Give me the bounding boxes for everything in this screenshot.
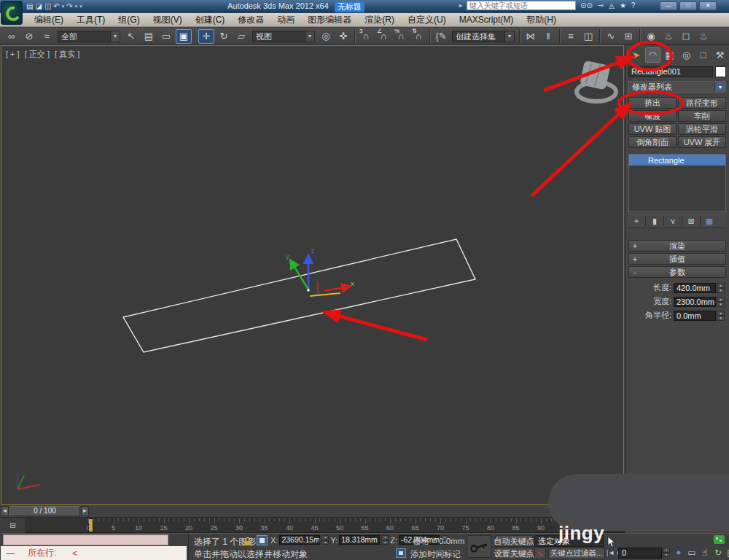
- selection-filter-dropdown[interactable]: 全部▼: [58, 31, 120, 42]
- object-name-field[interactable]: Rectangle001: [628, 66, 713, 77]
- tab-motion-icon[interactable]: ◎: [679, 47, 694, 63]
- modifier-button[interactable]: 涡轮平滑: [678, 123, 726, 135]
- window-crossing-icon[interactable]: ▣: [176, 29, 192, 44]
- zoom-region-icon[interactable]: ▭: [687, 547, 697, 558]
- modifier-button[interactable]: 倒角剖面: [628, 136, 677, 148]
- tab-create-icon[interactable]: ➤: [628, 47, 644, 63]
- redo-dropdown-arrow-icon[interactable]: ▾: [75, 1, 78, 11]
- selection-region-icon[interactable]: ▭: [158, 29, 174, 44]
- save-file-icon[interactable]: ◫: [44, 1, 51, 11]
- menu-maxscript[interactable]: MAXScript(M): [453, 13, 521, 26]
- select-and-scale-icon[interactable]: ▱: [233, 29, 249, 44]
- favorites-star-icon[interactable]: ★: [620, 1, 626, 9]
- tab-display-icon[interactable]: □: [695, 47, 711, 63]
- remove-modifier-icon[interactable]: ⊠: [685, 215, 698, 227]
- length-spinner[interactable]: ▴▾: [717, 283, 725, 293]
- search-expand-icon[interactable]: ▸: [459, 2, 462, 9]
- spinner-down-icon[interactable]: ▾: [663, 553, 670, 558]
- menu-rendering[interactable]: 渲染(R): [358, 13, 401, 26]
- spinner-down-icon[interactable]: ▾: [717, 288, 725, 293]
- open-file-icon[interactable]: ◪: [35, 1, 42, 11]
- render-setup-icon[interactable]: ♨: [660, 29, 677, 44]
- modifier-button[interactable]: 车削: [678, 110, 726, 122]
- layer-manager-icon[interactable]: ≡: [563, 29, 579, 44]
- modifier-button[interactable]: 路径变形: [678, 97, 726, 109]
- search-binoculars-icon[interactable]: ⊙⊙: [580, 1, 593, 9]
- menu-modifiers[interactable]: 修改器: [231, 13, 270, 26]
- corner-radius-spinner[interactable]: ▴▾: [717, 311, 725, 321]
- render-production-icon[interactable]: ♨: [695, 29, 712, 44]
- key-filters-button[interactable]: 关键点过滤器...: [548, 548, 605, 559]
- material-editor-icon[interactable]: ◉: [643, 29, 659, 44]
- length-field[interactable]: 420.0mm: [674, 283, 716, 293]
- undo-dropdown-arrow-icon[interactable]: ▾: [62, 1, 65, 11]
- zoom-extents-icon[interactable]: ⌖: [674, 547, 684, 558]
- percent-snap-icon[interactable]: ∩%: [393, 29, 409, 44]
- y-coord-spinner[interactable]: ▴▾: [381, 535, 389, 545]
- absolute-offset-toggle-icon[interactable]: [257, 535, 268, 545]
- viewport-menu-view[interactable]: [ 正交 ]: [25, 50, 50, 58]
- orbit-icon[interactable]: ↻: [713, 547, 723, 558]
- mirror-icon[interactable]: ⋈: [523, 29, 539, 44]
- spinner-down-icon[interactable]: ▾: [717, 302, 725, 307]
- close-button[interactable]: ✕: [699, 1, 717, 10]
- select-and-link-icon[interactable]: ∞: [4, 29, 20, 44]
- spinner-up-icon[interactable]: ▴: [717, 283, 725, 288]
- frame-forward-button[interactable]: ►: [81, 506, 89, 516]
- mini-curve-editor-icon[interactable]: ⊟: [0, 518, 26, 533]
- help-icon[interactable]: ?: [631, 1, 636, 9]
- menu-graph-editors[interactable]: 图形编辑器: [301, 13, 358, 26]
- macro-recorder-pane[interactable]: [3, 534, 168, 545]
- unlink-selection-icon[interactable]: ⊘: [21, 29, 37, 44]
- transport-key-button[interactable]: |◄: [607, 549, 615, 556]
- menu-customize[interactable]: 自定义(U): [401, 13, 453, 26]
- qat-customize-arrow-icon[interactable]: ▾: [79, 1, 82, 11]
- select-and-move-icon[interactable]: ✛: [198, 29, 214, 44]
- configure-modifier-sets-icon[interactable]: ▦: [703, 215, 716, 227]
- communication-center-icon[interactable]: ◬: [609, 1, 615, 9]
- current-frame-field[interactable]: 0: [618, 548, 662, 559]
- spinner-snap-icon[interactable]: ∩⇅: [410, 29, 426, 44]
- menu-views[interactable]: 视图(V): [147, 13, 189, 26]
- frame-back-button[interactable]: ◄: [1, 506, 9, 516]
- select-and-rotate-icon[interactable]: ↻: [216, 29, 232, 44]
- menu-help[interactable]: 帮助(H): [520, 13, 563, 26]
- stack-item-rectangle[interactable]: Rectangle: [629, 155, 725, 166]
- width-field[interactable]: 2300.0mm: [674, 297, 716, 307]
- show-end-result-icon[interactable]: ▮: [648, 215, 661, 227]
- spinner-down-icon[interactable]: ▾: [321, 540, 329, 545]
- modifier-button[interactable]: UVW 贴图: [628, 123, 677, 135]
- menu-edit[interactable]: 编辑(E): [28, 13, 70, 26]
- menu-animation[interactable]: 动画: [270, 13, 301, 26]
- time-slider-handle[interactable]: 0 / 100: [9, 506, 80, 516]
- viewport-menu-plus[interactable]: [ + ]: [6, 50, 20, 58]
- frame-spinner[interactable]: ▴▾: [663, 548, 670, 557]
- object-color-swatch[interactable]: [715, 66, 726, 77]
- add-time-tag[interactable]: 添加时间标记: [410, 549, 461, 560]
- set-keys-button[interactable]: [467, 535, 491, 558]
- rollout-parameters-header[interactable]: -参数: [628, 266, 726, 278]
- menu-create[interactable]: 创建(C): [189, 13, 232, 26]
- snap-toggle-icon[interactable]: ∩3: [358, 29, 374, 44]
- use-pivot-center-icon[interactable]: ◎: [318, 29, 334, 44]
- x-coord-spinner[interactable]: ▴▾: [321, 535, 329, 545]
- menu-tools[interactable]: 工具(T): [70, 13, 112, 26]
- edit-named-selection-sets-icon[interactable]: {✎: [433, 29, 449, 44]
- rollout-toggle-icon[interactable]: +: [629, 255, 641, 263]
- corner-radius-field[interactable]: 0.0mm: [674, 311, 716, 321]
- rendered-frame-icon[interactable]: ◻: [678, 29, 694, 44]
- undo-icon[interactable]: ↶: [53, 1, 59, 11]
- modifier-stack[interactable]: Rectangle: [628, 154, 726, 212]
- make-unique-icon[interactable]: ⋎: [666, 215, 679, 227]
- bind-to-space-warp-icon[interactable]: ≈: [39, 29, 55, 44]
- select-object-icon[interactable]: ↖: [123, 29, 139, 44]
- rollout-toggle-icon[interactable]: +: [629, 242, 641, 250]
- x-coord-field[interactable]: 23690.15m: [279, 535, 320, 545]
- rollout-interpolation-header[interactable]: +插值: [628, 253, 726, 265]
- tab-hierarchy-icon[interactable]: ▦: [662, 47, 677, 63]
- viewport-label[interactable]: [ + ] [ 正交 ] [ 真实 ]: [6, 49, 82, 60]
- align-icon[interactable]: ‖: [540, 29, 556, 44]
- maximize-button[interactable]: □: [679, 1, 697, 10]
- track-bar[interactable]: ⊟ 05101520253035404550556065707580859095…: [0, 518, 625, 533]
- set-key-button[interactable]: 设置关键点: [495, 548, 533, 559]
